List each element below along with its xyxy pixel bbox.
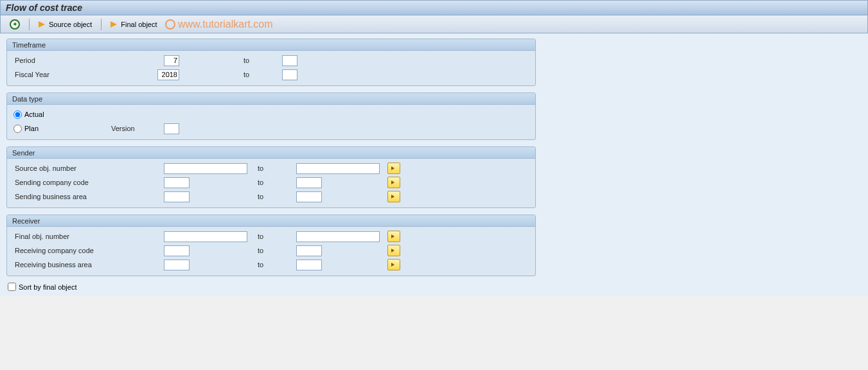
plan-radio-label: Plan [24, 125, 39, 132]
multi-select-button[interactable] [387, 259, 400, 270]
toolbar-separator [29, 19, 30, 30]
multi-select-button[interactable] [387, 177, 400, 188]
version-input[interactable] [164, 123, 179, 134]
receiving-area-to-input[interactable] [296, 260, 322, 270]
toolbar: Source object Final object www.tutorialk… [0, 15, 868, 33]
content-area: Timeframe Period to Fiscal Year to Data … [0, 33, 868, 296]
receiving-company-from-input[interactable] [164, 245, 190, 256]
receiver-group: Receiver Final obj. number to Receiving … [6, 215, 536, 276]
final-object-label: Final object [121, 21, 157, 28]
to-label: to [244, 57, 282, 64]
plan-radio[interactable] [13, 125, 22, 133]
execute-button[interactable] [6, 18, 24, 31]
multi-select-button[interactable] [387, 191, 400, 202]
sending-company-to-input[interactable] [296, 177, 322, 188]
version-label: Version [109, 125, 164, 132]
sort-by-final-label: Sort by final object [19, 283, 77, 291]
fiscal-year-to-input[interactable] [282, 69, 297, 80]
watermark: www.tutorialkart.com [165, 15, 273, 33]
to-label: to [258, 247, 296, 254]
fiscal-year-from-input[interactable] [157, 69, 179, 80]
sender-group: Sender Source obj. number to Sending com… [6, 146, 536, 208]
title-bar: Flow of cost trace [0, 0, 868, 15]
receiving-company-label: Receiving company code [12, 247, 164, 254]
fiscal-year-label: Fiscal Year [12, 71, 164, 78]
receiver-header: Receiver [7, 215, 535, 227]
arrow-right-icon [111, 21, 118, 28]
source-object-button[interactable]: Source object [35, 19, 96, 30]
arrow-right-icon [39, 21, 46, 28]
actual-radio-label: Actual [24, 110, 44, 118]
to-label: to [258, 164, 296, 172]
multi-select-button[interactable] [387, 231, 400, 242]
sort-by-final-checkbox[interactable] [8, 283, 16, 291]
plan-radio-wrap[interactable]: Plan [12, 125, 109, 133]
receiving-area-label: Receiving business area [12, 261, 164, 269]
receiving-company-to-input[interactable] [296, 245, 322, 256]
sending-area-label: Sending business area [12, 193, 164, 200]
actual-radio-wrap[interactable]: Actual [12, 110, 44, 119]
sending-company-label: Sending company code [12, 179, 164, 186]
timeframe-header: Timeframe [7, 39, 535, 51]
final-obj-label: Final obj. number [12, 233, 164, 240]
sort-by-final-row: Sort by final object [6, 283, 862, 291]
to-label: to [258, 233, 296, 240]
datatype-group: Data type Actual Plan Version [6, 92, 536, 140]
page-title: Flow of cost trace [6, 3, 82, 13]
to-label: to [258, 261, 296, 269]
source-obj-from-input[interactable] [164, 163, 247, 174]
period-label: Period [12, 57, 164, 64]
to-label: to [258, 179, 296, 186]
execute-icon [10, 19, 20, 30]
final-obj-to-input[interactable] [296, 231, 380, 242]
period-from-input[interactable] [164, 55, 179, 66]
watermark-text: www.tutorialkart.com [178, 19, 273, 30]
watermark-logo-icon [165, 19, 175, 30]
sender-header: Sender [7, 147, 535, 159]
final-obj-from-input[interactable] [164, 231, 247, 242]
receiving-area-from-input[interactable] [164, 260, 190, 270]
datatype-header: Data type [7, 93, 535, 105]
sending-area-to-input[interactable] [296, 191, 322, 202]
multi-select-button[interactable] [387, 163, 400, 174]
period-to-input[interactable] [282, 55, 297, 66]
final-object-button[interactable]: Final object [107, 19, 161, 30]
source-object-label: Source object [49, 21, 92, 28]
sending-area-from-input[interactable] [164, 191, 190, 202]
to-label: to [258, 193, 296, 200]
source-obj-to-input[interactable] [296, 163, 380, 174]
timeframe-group: Timeframe Period to Fiscal Year to [6, 39, 536, 86]
to-label: to [244, 71, 282, 78]
multi-select-button[interactable] [387, 245, 400, 256]
sending-company-from-input[interactable] [164, 177, 190, 188]
source-obj-label: Source obj. number [12, 164, 164, 172]
toolbar-separator [101, 19, 102, 30]
actual-radio[interactable] [13, 110, 22, 119]
